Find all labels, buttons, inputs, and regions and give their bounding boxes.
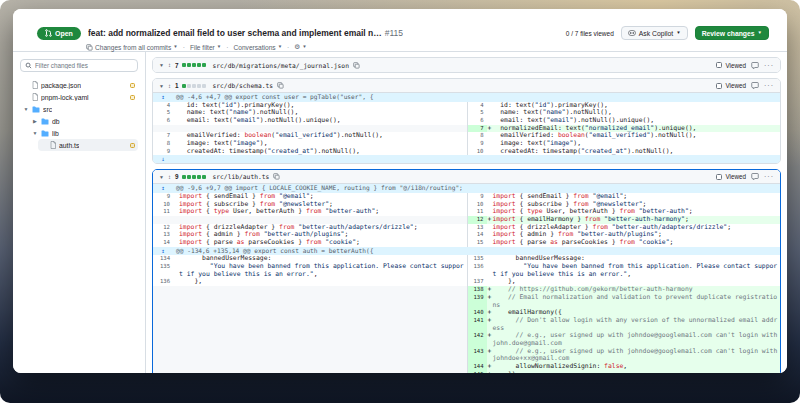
new-line-number[interactable]: 8 — [467, 132, 487, 140]
tree-folder-lib[interactable]: ▼ lib — [29, 127, 138, 139]
new-line-number[interactable]: 9 — [467, 193, 487, 201]
old-line-number[interactable] — [153, 371, 173, 373]
new-line-number[interactable]: 139 — [467, 294, 487, 309]
new-line-number[interactable]: 144 — [467, 363, 487, 371]
kebab-menu-icon[interactable]: ··· — [764, 173, 774, 180]
old-code-cell[interactable] — [173, 363, 467, 371]
copy-path-icon[interactable] — [273, 173, 280, 180]
new-code-cell[interactable]: + // e.g., user signed up with johndoe@g… — [487, 332, 781, 347]
new-line-number[interactable]: 141 — [467, 317, 487, 332]
file-header[interactable]: ▼ ↕ 9 src/lib/auth.ts Viewed ··· — [153, 170, 780, 184]
tree-item-auth-ts[interactable]: auth.ts — [38, 139, 138, 151]
viewed-checkbox[interactable]: Viewed — [716, 173, 746, 180]
new-line-number[interactable]: 6 — [467, 117, 487, 125]
new-code-cell[interactable]: + allowNormalizedSignin: false, — [487, 363, 781, 371]
new-line-number[interactable]: 10 — [467, 201, 487, 209]
kebab-menu-icon[interactable]: ··· — [764, 82, 774, 89]
old-line-number[interactable]: 13 — [153, 231, 173, 239]
old-line-number[interactable] — [153, 309, 173, 317]
new-code-cell[interactable]: + // e.g., user signed up with johndoe@g… — [487, 348, 781, 363]
new-line-number[interactable]: 10 — [467, 148, 487, 156]
new-code-cell[interactable]: "You have been banned from this applicat… — [487, 263, 781, 278]
old-line-number[interactable] — [153, 348, 173, 363]
new-code-cell[interactable]: + // Don't allow login with any version … — [487, 317, 781, 332]
old-line-number[interactable]: 6 — [153, 117, 173, 125]
file-header[interactable]: ▼ ↕ 1 src/db/schema.ts Viewed ··· — [153, 79, 780, 93]
old-line-number[interactable]: 14 — [153, 239, 173, 247]
old-line-number[interactable]: 12 — [153, 224, 173, 232]
old-line-number[interactable]: 135 — [153, 263, 173, 278]
old-line-number[interactable]: 9 — [153, 193, 173, 201]
commits-menu[interactable]: Changes from all commits▼ — [86, 44, 178, 51]
tree-folder-db[interactable]: ▶ db — [29, 115, 138, 127]
new-line-number[interactable]: 9 — [467, 140, 487, 148]
chevron-down-icon[interactable]: ▼ — [159, 83, 164, 89]
old-line-number[interactable]: 136 — [153, 278, 173, 286]
tree-item-package-json[interactable]: package.json — [20, 79, 138, 91]
old-code-cell[interactable] — [173, 348, 467, 363]
diff-settings-menu[interactable]: ⚙▼ — [294, 43, 306, 51]
new-line-number[interactable]: 12 — [467, 216, 487, 224]
tree-folder-src[interactable]: ▼ src — [20, 103, 138, 115]
new-code-cell[interactable]: + }), — [487, 371, 781, 373]
old-code-cell[interactable] — [173, 286, 467, 294]
comment-icon[interactable] — [751, 62, 759, 69]
old-line-number[interactable] — [153, 332, 173, 347]
old-line-number[interactable]: 4 — [153, 102, 173, 110]
old-code-cell[interactable] — [173, 332, 467, 347]
expand-bottom-row[interactable]: ↓ — [153, 155, 780, 163]
chevron-down-icon[interactable]: ▼ — [159, 62, 164, 68]
chevron-down-icon[interactable]: ▼ — [159, 174, 164, 180]
files-viewed-counter[interactable]: 0 / 7 files viewed — [566, 30, 614, 37]
new-line-number[interactable]: 143 — [467, 348, 487, 363]
old-code-cell[interactable]: import { parse as parseCookies } from "c… — [173, 239, 467, 247]
conversations-menu[interactable]: Conversations▼ — [233, 44, 282, 51]
copy-path-icon[interactable] — [353, 62, 360, 69]
old-line-number[interactable] — [153, 317, 173, 332]
review-changes-button[interactable]: Review changes ▼ — [695, 26, 769, 40]
old-line-number[interactable]: 7 — [153, 132, 173, 140]
old-code-cell[interactable]: }, — [173, 278, 467, 286]
new-line-number[interactable]: 11 — [467, 208, 487, 216]
viewed-checkbox[interactable]: Viewed — [716, 82, 746, 89]
old-code-cell[interactable]: import { type User, betterAuth } from "b… — [173, 208, 467, 216]
file-header[interactable]: ▼ ↕ 7 src/db/migrations/meta/_journal.js… — [153, 58, 780, 72]
expand-hunk-icon[interactable]: ↕ — [153, 184, 173, 193]
old-line-number[interactable]: 10 — [153, 201, 173, 209]
tree-item-pnpm-lock[interactable]: pnpm-lock.yaml — [20, 91, 138, 103]
old-line-number[interactable]: 11 — [153, 208, 173, 216]
old-line-number[interactable]: 9 — [153, 148, 173, 156]
expand-down-icon[interactable]: ↓ — [153, 155, 173, 163]
new-line-number[interactable]: 5 — [467, 109, 487, 117]
expand-hunk-icon[interactable]: ↕ — [153, 93, 173, 102]
new-line-number[interactable]: 14 — [467, 231, 487, 239]
old-line-number[interactable] — [153, 363, 173, 371]
old-code-cell[interactable] — [173, 317, 467, 332]
filter-changed-files-input[interactable] — [35, 62, 133, 69]
new-line-number[interactable]: 15 — [467, 239, 487, 247]
viewed-checkbox[interactable]: Viewed — [716, 62, 746, 69]
new-line-number[interactable]: 145 — [467, 371, 487, 373]
old-code-cell[interactable] — [173, 309, 467, 317]
old-line-number[interactable] — [153, 294, 173, 309]
old-code-cell[interactable] — [173, 294, 467, 309]
copy-path-icon[interactable] — [277, 82, 284, 89]
file-filter-menu[interactable]: File filter▼ — [190, 44, 221, 51]
old-line-number[interactable]: 8 — [153, 140, 173, 148]
old-line-number[interactable]: 134 — [153, 255, 173, 263]
old-line-number[interactable]: 5 — [153, 109, 173, 117]
old-code-cell[interactable]: "You have been banned from this applicat… — [173, 263, 467, 278]
new-line-number[interactable]: 136 — [467, 263, 487, 278]
new-line-number[interactable]: 137 — [467, 278, 487, 286]
old-line-number[interactable] — [153, 286, 173, 294]
expand-hunk-icon[interactable]: ↕ — [153, 247, 173, 256]
new-code-cell[interactable]: createdAt: timestamp("created_at").notNu… — [487, 148, 781, 156]
kebab-menu-icon[interactable]: ··· — [764, 62, 774, 69]
old-line-number[interactable] — [153, 125, 173, 133]
new-line-number[interactable]: 4 — [467, 102, 487, 110]
old-code-cell[interactable]: createdAt: timestamp("created_at").notNu… — [173, 148, 467, 156]
new-code-cell[interactable]: import { parse as parseCookies } from "c… — [487, 239, 781, 247]
new-line-number[interactable]: 138 — [467, 286, 487, 294]
comment-icon[interactable] — [751, 173, 759, 180]
new-line-number[interactable]: 135 — [467, 255, 487, 263]
